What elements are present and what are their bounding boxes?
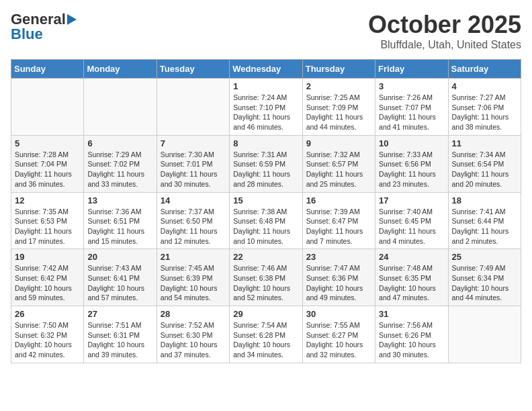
day-cell: 7Sunrise: 7:30 AM Sunset: 7:01 PM Daylig… <box>157 135 229 192</box>
day-number: 10 <box>379 138 444 148</box>
week-row-5: 26Sunrise: 7:50 AM Sunset: 6:32 PM Dayli… <box>11 306 521 363</box>
day-cell: 13Sunrise: 7:36 AM Sunset: 6:51 PM Dayli… <box>84 192 157 249</box>
day-number: 7 <box>161 138 226 148</box>
day-cell: 23Sunrise: 7:47 AM Sunset: 6:36 PM Dayli… <box>302 249 375 306</box>
day-info: Sunrise: 7:41 AM Sunset: 6:44 PM Dayligh… <box>452 207 517 246</box>
day-info: Sunrise: 7:39 AM Sunset: 6:47 PM Dayligh… <box>306 207 371 246</box>
day-info: Sunrise: 7:25 AM Sunset: 7:09 PM Dayligh… <box>306 93 371 132</box>
day-info: Sunrise: 7:31 AM Sunset: 6:59 PM Dayligh… <box>233 150 298 189</box>
day-cell: 17Sunrise: 7:40 AM Sunset: 6:45 PM Dayli… <box>375 192 448 249</box>
day-info: Sunrise: 7:29 AM Sunset: 7:02 PM Dayligh… <box>87 150 152 189</box>
day-number: 23 <box>306 252 371 262</box>
day-cell: 22Sunrise: 7:46 AM Sunset: 6:38 PM Dayli… <box>230 249 302 306</box>
day-info: Sunrise: 7:32 AM Sunset: 6:57 PM Dayligh… <box>306 150 371 189</box>
day-header-tuesday: Tuesday <box>157 60 229 79</box>
day-cell: 10Sunrise: 7:33 AM Sunset: 6:56 PM Dayli… <box>375 135 448 192</box>
day-info: Sunrise: 7:38 AM Sunset: 6:48 PM Dayligh… <box>233 207 298 246</box>
week-row-2: 5Sunrise: 7:28 AM Sunset: 7:04 PM Daylig… <box>11 135 521 192</box>
day-cell: 2Sunrise: 7:25 AM Sunset: 7:09 PM Daylig… <box>302 79 375 136</box>
day-number: 20 <box>87 252 152 262</box>
day-cell: 30Sunrise: 7:55 AM Sunset: 6:27 PM Dayli… <box>302 306 375 363</box>
location: Bluffdale, Utah, United States <box>368 39 521 51</box>
header-row: SundayMondayTuesdayWednesdayThursdayFrid… <box>11 60 521 79</box>
day-number: 4 <box>452 81 517 91</box>
day-header-friday: Friday <box>375 60 448 79</box>
day-number: 16 <box>306 195 371 205</box>
day-info: Sunrise: 7:48 AM Sunset: 6:35 PM Dayligh… <box>379 263 444 303</box>
day-number: 30 <box>306 309 371 319</box>
day-info: Sunrise: 7:49 AM Sunset: 6:34 PM Dayligh… <box>452 263 517 303</box>
day-info: Sunrise: 7:40 AM Sunset: 6:45 PM Dayligh… <box>379 207 444 246</box>
day-cell: 31Sunrise: 7:56 AM Sunset: 6:26 PM Dayli… <box>375 306 448 363</box>
day-header-saturday: Saturday <box>448 60 521 79</box>
day-number: 26 <box>15 309 80 319</box>
day-cell: 1Sunrise: 7:24 AM Sunset: 7:10 PM Daylig… <box>230 79 302 136</box>
week-row-1: 1Sunrise: 7:24 AM Sunset: 7:10 PM Daylig… <box>11 79 521 136</box>
day-info: Sunrise: 7:24 AM Sunset: 7:10 PM Dayligh… <box>233 93 298 132</box>
week-row-4: 19Sunrise: 7:42 AM Sunset: 6:42 PM Dayli… <box>11 249 521 306</box>
day-cell: 9Sunrise: 7:32 AM Sunset: 6:57 PM Daylig… <box>302 135 375 192</box>
day-header-thursday: Thursday <box>302 60 375 79</box>
day-number: 3 <box>379 81 444 91</box>
day-number: 21 <box>161 252 226 262</box>
day-number: 24 <box>379 252 444 262</box>
day-cell: 25Sunrise: 7:49 AM Sunset: 6:34 PM Dayli… <box>448 249 521 306</box>
logo: General Blue <box>11 11 77 43</box>
logo-blue: Blue <box>11 26 43 43</box>
day-number: 14 <box>161 195 226 205</box>
calendar-table: SundayMondayTuesdayWednesdayThursdayFrid… <box>11 59 521 363</box>
day-number: 28 <box>161 309 226 319</box>
week-row-3: 12Sunrise: 7:35 AM Sunset: 6:53 PM Dayli… <box>11 192 521 249</box>
day-info: Sunrise: 7:28 AM Sunset: 7:04 PM Dayligh… <box>15 150 80 189</box>
day-number: 19 <box>15 252 80 262</box>
day-info: Sunrise: 7:47 AM Sunset: 6:36 PM Dayligh… <box>306 263 371 303</box>
day-info: Sunrise: 7:51 AM Sunset: 6:31 PM Dayligh… <box>87 320 152 360</box>
day-cell <box>11 79 84 136</box>
day-info: Sunrise: 7:35 AM Sunset: 6:53 PM Dayligh… <box>15 207 80 246</box>
day-cell <box>157 79 229 136</box>
day-number: 15 <box>233 195 298 205</box>
day-number: 12 <box>15 195 80 205</box>
day-info: Sunrise: 7:45 AM Sunset: 6:39 PM Dayligh… <box>161 263 226 303</box>
day-cell: 6Sunrise: 7:29 AM Sunset: 7:02 PM Daylig… <box>84 135 157 192</box>
day-header-monday: Monday <box>84 60 157 79</box>
day-info: Sunrise: 7:50 AM Sunset: 6:32 PM Dayligh… <box>15 320 80 360</box>
day-cell: 3Sunrise: 7:26 AM Sunset: 7:07 PM Daylig… <box>375 79 448 136</box>
day-cell: 24Sunrise: 7:48 AM Sunset: 6:35 PM Dayli… <box>375 249 448 306</box>
day-info: Sunrise: 7:33 AM Sunset: 6:56 PM Dayligh… <box>379 150 444 189</box>
day-info: Sunrise: 7:36 AM Sunset: 6:51 PM Dayligh… <box>87 207 152 246</box>
day-cell: 12Sunrise: 7:35 AM Sunset: 6:53 PM Dayli… <box>11 192 84 249</box>
day-info: Sunrise: 7:27 AM Sunset: 7:06 PM Dayligh… <box>452 93 517 132</box>
day-number: 11 <box>452 138 517 148</box>
day-info: Sunrise: 7:55 AM Sunset: 6:27 PM Dayligh… <box>306 320 371 360</box>
day-cell: 21Sunrise: 7:45 AM Sunset: 6:39 PM Dayli… <box>157 249 229 306</box>
day-cell: 29Sunrise: 7:54 AM Sunset: 6:28 PM Dayli… <box>230 306 302 363</box>
day-cell: 26Sunrise: 7:50 AM Sunset: 6:32 PM Dayli… <box>11 306 84 363</box>
day-number: 1 <box>233 81 298 91</box>
day-number: 6 <box>87 138 152 148</box>
day-info: Sunrise: 7:37 AM Sunset: 6:50 PM Dayligh… <box>161 207 226 246</box>
day-number: 29 <box>233 309 298 319</box>
day-cell: 16Sunrise: 7:39 AM Sunset: 6:47 PM Dayli… <box>302 192 375 249</box>
day-number: 13 <box>87 195 152 205</box>
day-info: Sunrise: 7:54 AM Sunset: 6:28 PM Dayligh… <box>233 320 298 360</box>
day-cell: 8Sunrise: 7:31 AM Sunset: 6:59 PM Daylig… <box>230 135 302 192</box>
day-info: Sunrise: 7:30 AM Sunset: 7:01 PM Dayligh… <box>161 150 226 189</box>
day-info: Sunrise: 7:26 AM Sunset: 7:07 PM Dayligh… <box>379 93 444 132</box>
day-number: 25 <box>452 252 517 262</box>
day-info: Sunrise: 7:56 AM Sunset: 6:26 PM Dayligh… <box>379 320 444 360</box>
day-number: 27 <box>87 309 152 319</box>
day-cell: 11Sunrise: 7:34 AM Sunset: 6:54 PM Dayli… <box>448 135 521 192</box>
day-cell: 4Sunrise: 7:27 AM Sunset: 7:06 PM Daylig… <box>448 79 521 136</box>
day-header-sunday: Sunday <box>11 60 84 79</box>
day-header-wednesday: Wednesday <box>230 60 302 79</box>
day-number: 8 <box>233 138 298 148</box>
day-cell: 18Sunrise: 7:41 AM Sunset: 6:44 PM Dayli… <box>448 192 521 249</box>
day-info: Sunrise: 7:42 AM Sunset: 6:42 PM Dayligh… <box>15 263 80 303</box>
title-block: October 2025 Bluffdale, Utah, United Sta… <box>368 11 521 51</box>
day-number: 22 <box>233 252 298 262</box>
day-number: 2 <box>306 81 371 91</box>
month-title: October 2025 <box>368 11 521 39</box>
day-cell <box>84 79 157 136</box>
day-cell <box>448 306 521 363</box>
